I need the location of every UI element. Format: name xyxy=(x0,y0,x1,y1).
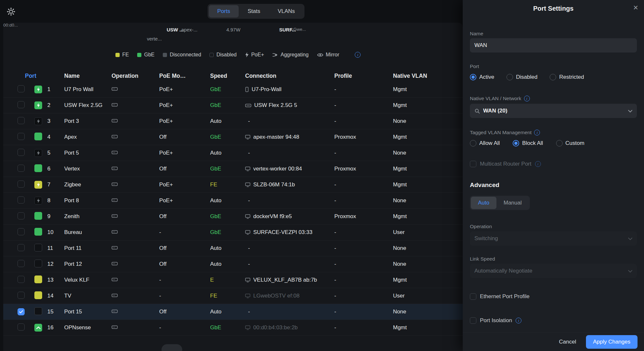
checkbox-icon[interactable] xyxy=(470,161,476,167)
legend-info-icon[interactable] xyxy=(355,52,361,58)
table-row[interactable]: 2 USW Flex 2.5G PoE+ GbE xyxy=(3,98,463,113)
table-body: 1 U7 Pro Wall PoE+ GbE xyxy=(3,82,463,336)
table-row[interactable]: 15 Port 15 Off Auto xyxy=(3,304,463,320)
port-status-icon xyxy=(34,86,42,93)
header-port[interactable]: Port xyxy=(18,73,64,79)
row-checkbox[interactable] xyxy=(18,85,25,92)
table-row[interactable]: 12 Port 12 Off Auto xyxy=(3,256,463,272)
native-vlan-value: Mgmt xyxy=(393,324,463,331)
table-row[interactable]: 7 Zigbee PoE+ FE xyxy=(3,177,463,193)
header-native-vlan[interactable]: Native VLAN xyxy=(393,73,463,79)
native-vlan-info-icon[interactable] xyxy=(524,96,530,101)
tab[interactable]: Stats xyxy=(239,5,269,18)
profile-value: - xyxy=(334,245,393,252)
row-checkbox[interactable] xyxy=(18,212,25,219)
row-checkbox[interactable] xyxy=(18,260,25,267)
row-checkbox[interactable] xyxy=(18,101,25,108)
port-number: 14 xyxy=(47,293,64,299)
table-row[interactable]: 3 Port 3 PoE+ Auto xyxy=(3,113,463,129)
table-row[interactable]: 10 Bureau - GbE xyxy=(3,225,463,240)
tagged-vlan-radio[interactable]: Custom xyxy=(556,140,585,146)
port-status-icon xyxy=(34,324,42,332)
close-icon[interactable]: × xyxy=(633,3,638,13)
connection-cell: - xyxy=(245,118,334,124)
port-state-radio[interactable]: Restricted xyxy=(550,74,584,80)
table-row[interactable]: 14 TV - FE LG xyxy=(3,288,463,304)
tagged-vlan-info-icon[interactable] xyxy=(534,130,540,135)
legend-item: Disabled xyxy=(209,52,236,58)
table-row[interactable]: 11 Port 11 Off Auto xyxy=(3,240,463,256)
header-operation[interactable]: Operation xyxy=(112,73,141,79)
table-row[interactable]: 16 OPNsense - GbE xyxy=(3,320,463,336)
row-checkbox[interactable] xyxy=(18,276,25,283)
tab[interactable]: Ports xyxy=(209,5,239,18)
multicast-router-checkbox-row[interactable]: Multicast Router Port xyxy=(470,161,637,167)
tagged-vlan-radio[interactable]: Allow All xyxy=(470,140,500,146)
row-checkbox[interactable] xyxy=(18,117,25,124)
settings-gear-icon[interactable] xyxy=(6,7,16,16)
tab[interactable]: VLANs xyxy=(269,5,303,18)
row-checkbox[interactable] xyxy=(18,292,25,299)
port-name: Port 3 xyxy=(64,118,112,124)
operation-select[interactable]: Switching xyxy=(470,231,637,246)
row-checkbox[interactable] xyxy=(18,165,25,172)
checkbox-icon[interactable] xyxy=(470,293,476,300)
radio-label: Disabled xyxy=(516,74,537,80)
speed-value: Auto xyxy=(210,118,245,124)
row-checkbox[interactable] xyxy=(18,308,25,315)
table-row[interactable]: 9 Zenith Off GbE xyxy=(3,209,463,225)
row-checkbox[interactable] xyxy=(18,196,25,204)
header-connection[interactable]: Connection xyxy=(245,73,334,79)
legend-item: Aggregating xyxy=(272,52,308,58)
port-status-icon xyxy=(34,307,42,315)
port-isolation-checkbox-row[interactable]: Port Isolation xyxy=(470,317,637,324)
cancel-button[interactable]: Cancel xyxy=(559,339,576,345)
row-checkbox[interactable] xyxy=(18,133,25,140)
table-row[interactable]: 6 Vertex Off GbE xyxy=(3,161,463,177)
row-checkbox[interactable] xyxy=(18,149,25,156)
radio-icon xyxy=(550,74,556,80)
table-row[interactable]: 5 Port 5 PoE+ Auto xyxy=(3,145,463,161)
legend-mark-icon xyxy=(163,53,167,57)
checkbox-icon[interactable] xyxy=(470,317,476,324)
port-state-radios: Active Disabled Restricted xyxy=(470,74,637,80)
row-checkbox[interactable] xyxy=(18,228,25,235)
name-input[interactable] xyxy=(470,38,637,53)
table-row[interactable]: 4 Apex Off GbE xyxy=(3,129,463,145)
header-profile[interactable]: Profile xyxy=(334,73,393,79)
row-checkbox[interactable] xyxy=(18,181,25,188)
port-name: Bureau xyxy=(64,229,112,236)
port-state-radio[interactable]: Disabled xyxy=(507,74,537,80)
connection-cell: - xyxy=(245,245,334,252)
header-name[interactable]: Name xyxy=(64,73,112,79)
port-isolation-info-icon[interactable] xyxy=(516,318,521,323)
table-row[interactable]: 1 U7 Pro Wall PoE+ GbE xyxy=(3,82,463,98)
speed-value: Auto xyxy=(210,309,245,315)
port-name: U7 Pro Wall xyxy=(64,86,112,93)
port-number: 13 xyxy=(47,277,64,283)
ethernet-port-profile-checkbox-row[interactable]: Ethernet Port Profile xyxy=(470,293,637,300)
multicast-info-icon[interactable] xyxy=(535,161,541,167)
port-state-radio[interactable]: Active xyxy=(470,74,494,80)
header-speed[interactable]: Speed xyxy=(210,73,245,79)
apply-changes-button[interactable]: Apply Changes xyxy=(586,335,638,349)
native-vlan-select[interactable]: WAN (20) xyxy=(470,104,637,118)
pagination-button[interactable] xyxy=(161,344,182,351)
port-number: 15 xyxy=(47,309,64,315)
native-vlan-value: Mgmt xyxy=(393,86,463,93)
header-poe-mode[interactable]: PoE Mode xyxy=(159,73,186,79)
mode-segment[interactable]: Manual xyxy=(496,197,529,209)
tagged-vlan-radio[interactable]: Block All xyxy=(513,140,543,146)
row-checkbox[interactable] xyxy=(18,244,25,251)
radio-icon xyxy=(556,140,563,146)
port-status-icon xyxy=(34,117,42,125)
mode-segment[interactable]: Auto xyxy=(471,197,496,209)
row-checkbox[interactable] xyxy=(18,323,25,331)
advanced-heading: Advanced xyxy=(470,181,637,189)
native-vlan-value: Mgmt xyxy=(393,134,463,140)
table-row[interactable]: 8 Port 8 PoE+ Auto xyxy=(3,193,463,209)
connection-name: - xyxy=(248,309,250,315)
radio-icon xyxy=(513,140,519,146)
link-speed-select[interactable]: Automatically Negotiate xyxy=(470,264,637,278)
table-row[interactable]: 13 Velux KLF - E xyxy=(3,272,463,288)
